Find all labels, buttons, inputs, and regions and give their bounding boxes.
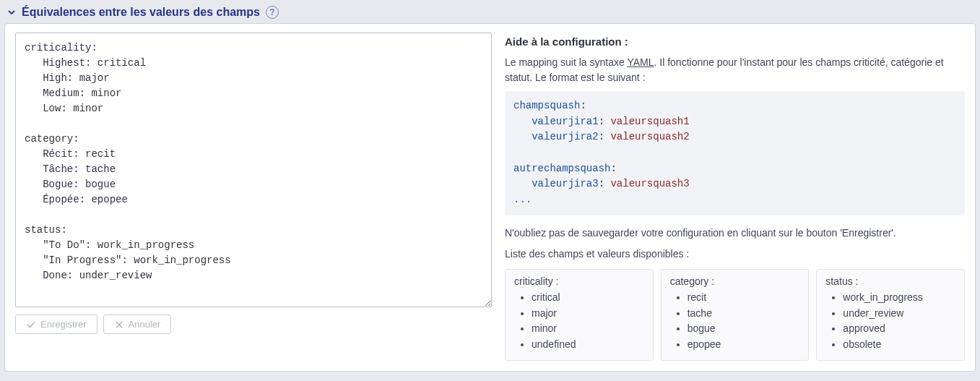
help-reminder: N'oubliez pas de sauvegarder votre confi… <box>505 226 965 241</box>
code-ellipsis: ... <box>513 194 532 205</box>
cancel-button[interactable]: Annuler <box>103 314 172 334</box>
code-value: valeursquash3 <box>610 178 689 189</box>
save-button[interactable]: Enregistrer <box>15 314 97 334</box>
fields-row: criticality : critical major minor undef… <box>505 269 965 361</box>
code-value: valeursquash2 <box>610 131 689 142</box>
section-title: Équivalences entre les valeurs des champ… <box>22 6 260 19</box>
code-key: valeurjira2 <box>532 131 598 142</box>
field-value: tache <box>688 306 800 322</box>
yaml-link[interactable]: YAML <box>627 56 654 68</box>
help-column: Aide à la configuration : Le mapping sui… <box>505 33 965 361</box>
code-key: champsquash <box>513 100 580 111</box>
help-icon[interactable]: ? <box>266 6 279 19</box>
code-value: valeursquash1 <box>610 116 689 127</box>
example-codeblock: champsquash: valeurjira1: valeursquash1 … <box>505 91 965 215</box>
field-value: critical <box>532 290 644 306</box>
save-button-label: Enregistrer <box>40 319 87 330</box>
help-list-label: Liste des champs et valeurs disponibles … <box>505 247 965 262</box>
field-box-category: category : recit tache bogue epopee <box>661 269 810 361</box>
field-name: category : <box>670 275 800 287</box>
button-row: Enregistrer Annuler <box>15 314 492 334</box>
close-icon <box>114 320 124 330</box>
field-value: under_review <box>843 306 955 322</box>
config-panel: Enregistrer Annuler Aide à la configurat… <box>4 23 976 372</box>
help-intro-a: Le mapping suit la syntaxe <box>505 56 627 68</box>
editor-column: Enregistrer Annuler <box>15 33 492 361</box>
chevron-down-icon <box>7 8 16 17</box>
field-value: work_in_progress <box>843 290 955 306</box>
field-name: status : <box>825 275 955 287</box>
mapping-textarea[interactable] <box>15 33 492 307</box>
field-box-status: status : work_in_progress under_review a… <box>816 269 965 361</box>
code-key: valeurjira3 <box>532 178 598 189</box>
field-value: major <box>532 306 644 322</box>
code-key: autrechampsquash <box>513 163 610 174</box>
field-value: bogue <box>688 321 800 337</box>
field-name: criticality : <box>514 275 644 287</box>
field-value: approved <box>843 321 955 337</box>
cancel-button-label: Annuler <box>129 319 161 330</box>
code-key: valeurjira1 <box>532 116 598 127</box>
check-icon <box>26 320 36 330</box>
field-value: obsolete <box>843 337 955 353</box>
field-value: minor <box>532 321 644 337</box>
help-intro: Le mapping suit la syntaxe YAML. Il fonc… <box>505 55 965 85</box>
section-header[interactable]: Équivalences entre les valeurs des champ… <box>4 3 976 23</box>
field-box-criticality: criticality : critical major minor undef… <box>505 269 654 361</box>
field-value: undefined <box>532 337 644 353</box>
field-value: epopee <box>688 337 800 353</box>
help-title: Aide à la configuration : <box>505 35 965 48</box>
field-value: recit <box>688 290 800 306</box>
